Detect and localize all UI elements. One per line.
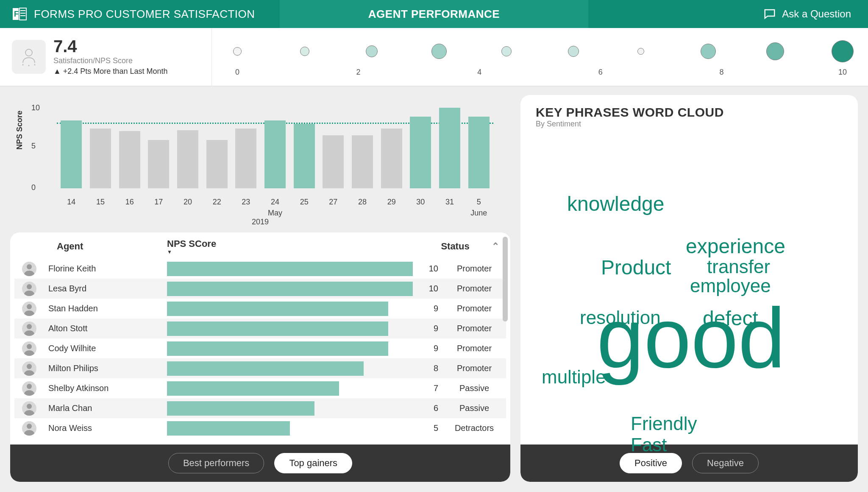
table-row[interactable]: Shelby Atkinson7Passive: [14, 378, 506, 398]
scale-dot[interactable]: [701, 44, 716, 59]
word[interactable]: transfer: [707, 257, 770, 276]
col-agent[interactable]: Agent: [57, 241, 167, 252]
nps-trend-chart[interactable]: NPS Score 10 5 0 14151617202223242527282…: [10, 95, 510, 226]
scale-dot[interactable]: [431, 44, 447, 59]
scale-dot[interactable]: [766, 42, 784, 60]
bar[interactable]: [439, 108, 460, 188]
chat-icon: [763, 8, 776, 20]
col-score[interactable]: NPS SCore ▼: [167, 238, 396, 254]
ask-question-button[interactable]: Ask a Question: [588, 0, 868, 28]
scale-dot[interactable]: [366, 45, 378, 57]
bar[interactable]: [352, 135, 373, 188]
table-row[interactable]: Marla Chan6Passive: [14, 398, 506, 418]
svg-point-10: [27, 324, 32, 329]
bar[interactable]: [90, 129, 111, 188]
bar[interactable]: [381, 129, 402, 188]
x-tick-label: 30: [416, 198, 425, 207]
word[interactable]: employee: [690, 277, 771, 295]
table-row[interactable]: Milton Philips8Promoter: [14, 358, 506, 378]
bar[interactable]: [177, 130, 198, 188]
scroll-up-icon[interactable]: ⌃: [489, 241, 502, 252]
best-performers-button[interactable]: Best performers: [168, 453, 264, 473]
scale-dot[interactable]: [832, 40, 854, 62]
rating-icon: [12, 40, 46, 74]
agent-name: Alton Stott: [48, 324, 163, 333]
agent-name: Lesa Byrd: [48, 284, 163, 294]
word-cloud-subtitle: By Sentiment: [536, 120, 843, 129]
svg-text:F: F: [14, 10, 19, 18]
nps-bar: [167, 262, 413, 276]
word-cloud-title: KEY PHRASES WORD CLOUD: [536, 105, 843, 120]
word[interactable]: Product: [601, 257, 671, 278]
bar[interactable]: [235, 129, 256, 188]
table-row[interactable]: Alton Stott9Promoter: [14, 319, 506, 338]
positive-button[interactable]: Positive: [620, 453, 682, 473]
top-gainers-button[interactable]: Top gainers: [274, 453, 352, 473]
table-row[interactable]: Lesa Byrd10Promoter: [14, 279, 506, 299]
bar[interactable]: [61, 120, 82, 188]
scale-tick-label: 0: [235, 68, 239, 77]
bar[interactable]: [323, 135, 344, 188]
y-tick: 10: [31, 103, 40, 112]
svg-point-14: [27, 404, 32, 409]
word[interactable]: defect: [703, 308, 758, 329]
x-tick-label: 5: [477, 198, 481, 207]
forms-icon: F: [12, 6, 27, 22]
sort-desc-icon: ▼: [167, 249, 396, 254]
svg-point-9: [27, 304, 32, 309]
scale-dot[interactable]: [637, 48, 644, 55]
x-tick-label: 27: [329, 198, 337, 207]
nps-bar: [167, 341, 413, 356]
nps-score: 9: [417, 304, 438, 313]
x-tick-label: 23: [242, 198, 250, 207]
word[interactable]: Fast: [631, 436, 667, 454]
avatar: [22, 361, 36, 376]
word-cloud[interactable]: goodknowledgeProductexperiencetransferem…: [520, 130, 858, 444]
scale-dot[interactable]: [233, 47, 242, 56]
status: Passive: [442, 403, 506, 413]
bar[interactable]: [294, 124, 315, 188]
nps-bar: [167, 421, 413, 436]
x-tick-label: 25: [300, 198, 309, 207]
x-tick-label: 16: [125, 198, 134, 207]
brand-area: F FORMS PRO CUSTOMER SATISFACTION: [0, 0, 280, 28]
scale-tick-label: 4: [477, 68, 481, 77]
col-status[interactable]: Status: [421, 241, 489, 252]
kpi-delta: ▲ +2.4 Pts More than Last Month: [53, 67, 167, 76]
agent-name: Cody Wilhite: [48, 344, 163, 353]
word[interactable]: experience: [686, 236, 785, 257]
table-row[interactable]: Florine Keith10Promoter: [14, 259, 506, 279]
nps-bar: [167, 302, 413, 316]
x-tick-label: 28: [358, 198, 367, 207]
status: Promoter: [442, 324, 506, 333]
bar[interactable]: [148, 140, 169, 188]
word[interactable]: Friendly: [631, 414, 697, 433]
agent-table-header: Agent NPS SCore ▼ Status ⌃: [10, 232, 510, 259]
scale-dot[interactable]: [501, 46, 512, 56]
bar[interactable]: [206, 140, 228, 188]
agent-name: Milton Philips: [48, 363, 163, 373]
negative-button[interactable]: Negative: [692, 453, 759, 473]
table-row[interactable]: Nora Weiss5Detractors: [14, 418, 506, 438]
bar[interactable]: [410, 117, 431, 188]
month-label: May: [268, 209, 282, 218]
word[interactable]: multiple: [542, 368, 606, 386]
scale-dot[interactable]: [568, 46, 579, 57]
table-row[interactable]: Cody Wilhite9Promoter: [14, 338, 506, 358]
word[interactable]: resolution: [580, 308, 661, 327]
table-row[interactable]: Stan Hadden9Promoter: [14, 299, 506, 319]
avatar: [22, 381, 36, 396]
nps-score: 9: [417, 324, 438, 333]
bar[interactable]: [468, 117, 490, 188]
main-content: NPS Score 10 5 0 14151617202223242527282…: [0, 87, 868, 492]
status: Detractors: [442, 423, 506, 433]
kpi-summary: 7.4 Satisfaction/NPS Score ▲ +2.4 Pts Mo…: [0, 28, 212, 86]
agent-name: Florine Keith: [48, 264, 163, 274]
scrollbar[interactable]: [503, 259, 508, 444]
scale-dot[interactable]: [300, 47, 309, 56]
bar[interactable]: [119, 131, 140, 188]
agent-name: Shelby Atkinson: [48, 383, 163, 393]
status: Promoter: [442, 344, 506, 353]
word[interactable]: knowledge: [567, 194, 665, 214]
bar[interactable]: [264, 120, 286, 188]
